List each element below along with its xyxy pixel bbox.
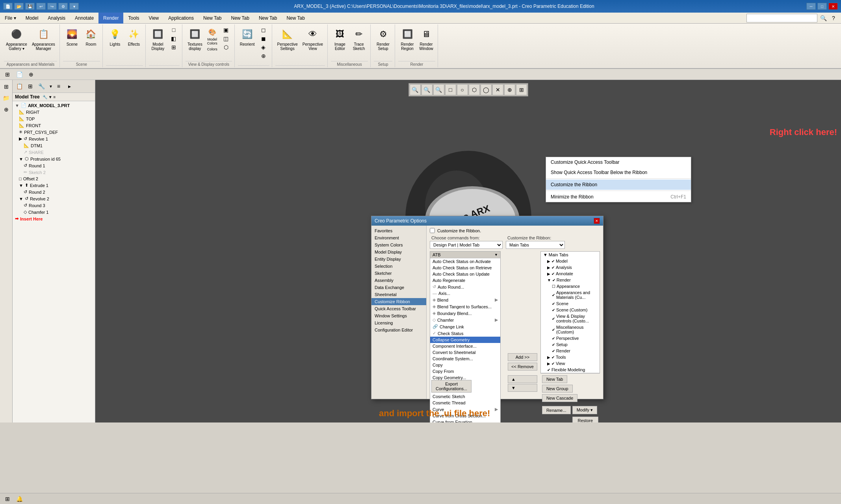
textures-display-btn[interactable]: 🔲 Texturesdisplay [186, 26, 204, 52]
customize-ribbon-select[interactable]: Main Tabs [506, 241, 565, 249]
menu-applications[interactable]: Applications [163, 13, 199, 24]
menu-tools[interactable]: Tools [123, 13, 144, 24]
tree-item-offset2[interactable]: □ Offset 2 [13, 176, 95, 182]
reorient-sub2[interactable]: ◼ [258, 35, 269, 43]
render-setup-btn[interactable]: ⚙ RenderSetup [374, 26, 392, 52]
stb-btn1[interactable]: ⊞ [2, 69, 13, 80]
vp-zoom-out-btn[interactable]: 🔍 [433, 84, 444, 95]
appearance-gallery-btn[interactable]: ⚫ AppearanceGallery ▾ [4, 26, 29, 52]
dnav-selection[interactable]: Selection [371, 263, 426, 270]
dnav-environment[interactable]: Environment [371, 234, 426, 241]
add-btn[interactable]: Add >> [508, 353, 537, 361]
cmd-curve-equation[interactable]: Curve from Equation... [430, 419, 500, 422]
save-btn[interactable]: 💾 [25, 3, 35, 10]
tex-sub-btn3[interactable]: ⬡ [220, 43, 232, 51]
dnav-model-display[interactable]: Model Display [371, 248, 426, 256]
stb-btn2[interactable]: 📄 [14, 69, 24, 80]
rtree-view[interactable]: ▶ ✔ View [541, 360, 600, 367]
model-display-btn[interactable]: 🔲 ModelDisplay [149, 26, 167, 52]
ctx-show-below-ribbon[interactable]: Show Quick Access Toolbar Below the Ribb… [546, 167, 691, 178]
tree-item-chamfer1[interactable]: ◇ Chamfer 1 [13, 209, 95, 215]
reorient-sub3[interactable]: ◈ [258, 43, 269, 51]
rtree-appearance[interactable]: ☐ Appearance [541, 283, 600, 289]
viewport[interactable]: 🔍 🔍 🔍 □ ○ ⬡ ◯ ✕ ⊕ ⊞ Creo ARX Com [95, 80, 841, 422]
move-up-btn[interactable]: ▲ [508, 375, 537, 383]
rtree-view-display[interactable]: ✔ View & Display controls (Custo... [541, 313, 600, 324]
new-group-btn[interactable]: New Group [542, 385, 573, 393]
colors-sub-btn[interactable]: Colors [205, 46, 219, 52]
tree-item-extrude1[interactable]: ▼ ⬆ Extrude 1 [13, 182, 95, 189]
help-btn[interactable]: ? [829, 14, 838, 22]
rtree-perspective[interactable]: ✔ Perspective [541, 335, 600, 341]
menu-file[interactable]: File ▾ [0, 13, 21, 24]
menu-analysis[interactable]: Analysis [43, 13, 70, 24]
cmd-coordinate-system[interactable]: Coordinate System... [430, 356, 500, 362]
cmd-cosmetic-sketch[interactable]: Cosmetic Sketch [430, 393, 500, 400]
ctx-minimize-ribbon[interactable]: Minimize the Ribbon Ctrl+F1 [546, 192, 691, 202]
cmd-blend[interactable]: ◈ Blend ▶ [430, 296, 500, 303]
rtree-appearances-materials[interactable]: ✔ Appearances and Materials (Cu... [541, 289, 600, 300]
new-cascade-btn[interactable]: New Cascade [542, 394, 577, 402]
status-icon1[interactable]: ⊞ [3, 495, 12, 503]
model-colors-btn[interactable]: 🎨 ModelColors [205, 26, 219, 46]
more-btn[interactable]: ▾ [69, 3, 79, 10]
menu-newtab2[interactable]: New Tab [226, 13, 254, 24]
cmd-blend-tangent[interactable]: ◈ Blend Tangent to Surfaces... [430, 303, 500, 310]
ltb-btn2[interactable]: 📁 [1, 93, 11, 103]
cmd-convert-sheetmetal[interactable]: Convert to Sheetmetal [430, 349, 500, 356]
cmd-change-link[interactable]: 🔗 Change Link [430, 323, 500, 330]
ltb-btn3[interactable]: ⊕ [1, 104, 11, 115]
rtree-flexible[interactable]: ✔ Flexible Modeling [541, 367, 600, 373]
ltb-btn1[interactable]: ⊞ [1, 82, 11, 92]
rtree-render-sub[interactable]: ✔ Render [541, 348, 600, 354]
dnav-quick-access[interactable]: Quick Access Toolbar [371, 305, 426, 312]
render-region-btn[interactable]: 🔲 RenderRegion [398, 26, 416, 52]
dnav-sheetmetal[interactable]: Sheetmetal [371, 291, 426, 298]
sub-display-btn3[interactable]: ⊞ [168, 43, 180, 51]
modify-btn[interactable]: Modify ▾ [572, 406, 597, 414]
tree-item-round2[interactable]: ↺ Round 2 [13, 189, 95, 195]
rename-btn[interactable]: Rename... [542, 406, 571, 414]
dnav-window-settings[interactable]: Window Settings [371, 312, 426, 319]
vp-zoom-fit-btn[interactable]: 🔍 [410, 84, 421, 95]
undo-btn[interactable]: ↩ [36, 3, 46, 10]
tree-item-round3[interactable]: ↺ Round 3 [13, 202, 95, 209]
new-tab-btn[interactable]: New Tab [542, 375, 568, 383]
dnav-licensing[interactable]: Licensing [371, 319, 426, 326]
cmd-auto-check-retrieve[interactable]: Auto Check Status on Retrieve [430, 265, 500, 271]
tree-item-prt-csys[interactable]: ✳ PRT_CSYS_DEF [13, 129, 95, 135]
appearances-manager-btn[interactable]: 📋 AppearancesManager [30, 26, 57, 52]
menu-model[interactable]: Model [21, 13, 43, 24]
cmd-collapse-geometry[interactable]: Collapse Geometry [430, 337, 500, 343]
image-editor-btn[interactable]: 🖼 ImageEditor [331, 26, 349, 52]
close-btn[interactable]: ✕ [828, 3, 838, 10]
tree-tb-btn1[interactable]: 📋 [14, 81, 24, 91]
rtree-setup[interactable]: ✔ Setup [541, 341, 600, 348]
tree-item-revolve1[interactable]: ▶ ↺ Revolve 1 [13, 135, 95, 142]
menu-render[interactable]: Render [98, 13, 123, 24]
vp-grid-btn[interactable]: ⊞ [516, 84, 527, 95]
settings-btn[interactable]: ⚙ [58, 3, 68, 10]
stb-btn3[interactable]: ⊕ [26, 69, 36, 80]
tree-item-protrusion[interactable]: ▼ ⬡ Protrusion id 65 [13, 156, 95, 162]
customize-ribbon-checkbox[interactable] [430, 228, 435, 233]
dialog-close-btn[interactable]: ✕ [594, 218, 600, 224]
choose-from-select[interactable]: Design Part | Model Tab [430, 241, 503, 249]
room-btn[interactable]: 🏠 Room [82, 26, 100, 48]
rtree-misc-custom[interactable]: ✔ Miscellaneous (Custom) [541, 324, 600, 335]
vp-cross-btn[interactable]: ✕ [492, 84, 503, 95]
tree-item-insert[interactable]: ➡ Insert Here [13, 215, 95, 222]
tex-sub-btn1[interactable]: ▣ [220, 26, 232, 34]
cmd-auto-round[interactable]: ↺ Auto Round... [430, 284, 500, 290]
reorient-sub1[interactable]: ◻ [258, 26, 269, 34]
sub-display-btn2[interactable]: ◧ [168, 35, 180, 43]
tex-sub-btn2[interactable]: ◫ [220, 35, 232, 43]
menu-view[interactable]: View [144, 13, 163, 24]
maximize-btn[interactable]: □ [817, 3, 827, 10]
tree-item-top[interactable]: 📐 TOP [13, 115, 95, 122]
cmd-auto-regenerate[interactable]: Auto Regenerate [430, 277, 500, 284]
cmd-list-header[interactable]: ATB ▼ [430, 252, 500, 258]
scene-btn[interactable]: 🌄 Scene [63, 26, 81, 48]
reorient-sub4[interactable]: ⊕ [258, 52, 269, 60]
cmd-copy[interactable]: Copy [430, 362, 500, 368]
